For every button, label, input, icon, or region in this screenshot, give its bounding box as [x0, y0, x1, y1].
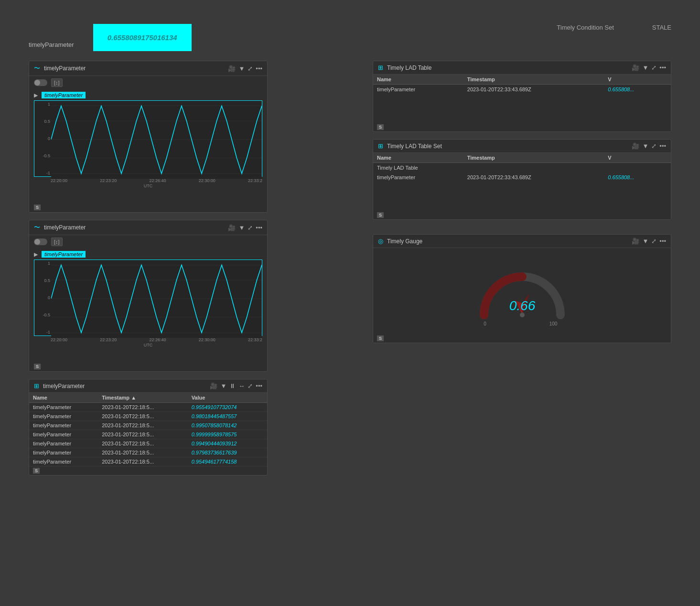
- stale-badge: STALE: [652, 24, 671, 31]
- table-cell-timestamp: 2023-01-20T22:18:5...: [98, 457, 187, 466]
- lad-set-more-icon[interactable]: •••: [659, 142, 666, 150]
- table-cell-name: timelyParameter: [29, 448, 98, 457]
- lad-set-data-row: timelyParameter 2023-01-20T22:33:43.689Z…: [373, 173, 671, 182]
- table-camera-dropdown[interactable]: ▼: [220, 382, 226, 390]
- gauge-camera-dropdown[interactable]: ▼: [642, 238, 648, 245]
- lad-table-set-controls[interactable]: 🎥 ▼ ⤢ •••: [632, 142, 666, 150]
- lad-table-widget: ⊞ Timely LAD Table 🎥 ▼ ⤢ ••• Name Timest…: [373, 61, 671, 132]
- chart1-yaxis: 1 0.5 0 -0.5 -1: [34, 101, 51, 176]
- table-controls[interactable]: 🎥 ▼ ⏸ ↔ ⤢ •••: [210, 382, 262, 390]
- chart2-play-row: ▶ timelyParameter: [34, 251, 262, 258]
- chart1-wrapper: 1 0.5 0 -0.5 -1: [34, 100, 262, 177]
- lad-set-row-value: 0.655808...: [604, 173, 671, 182]
- chart2-yaxis: 1 0.5 0 -0.5 -1: [34, 260, 51, 335]
- table-more-icon[interactable]: •••: [256, 382, 262, 390]
- col-name[interactable]: Name: [29, 393, 98, 403]
- camera-dropdown-2[interactable]: ▼: [238, 224, 245, 231]
- lad-set-camera-icon[interactable]: 🎥: [632, 142, 639, 150]
- table-row: timelyParameter 2023-01-20T22:18:5... 0.…: [29, 403, 267, 412]
- chart2-s-badge: S: [29, 362, 267, 371]
- table-cell-timestamp: 2023-01-20T22:18:5...: [98, 430, 187, 439]
- lad-set-col-name[interactable]: Name: [373, 153, 463, 163]
- lad-col-value[interactable]: V: [604, 75, 671, 85]
- lad-set-expand-icon[interactable]: ⤢: [651, 142, 657, 150]
- more-icon-1[interactable]: •••: [256, 65, 262, 72]
- more-icon-2[interactable]: •••: [256, 224, 262, 231]
- table-row: timelyParameter 2023-01-20T22:18:5... 0.…: [29, 457, 267, 466]
- camera-icon-1[interactable]: 🎥: [228, 65, 236, 72]
- camera-icon-2[interactable]: 🎥: [228, 224, 236, 231]
- lad-camera-dropdown[interactable]: ▼: [642, 64, 648, 71]
- col-value[interactable]: Value: [188, 393, 267, 403]
- svg-text:100: 100: [549, 321, 557, 326]
- chart2-play-btn[interactable]: ▶: [34, 251, 38, 258]
- lad-col-timestamp[interactable]: Timestamp: [463, 75, 604, 85]
- table-cell-value: 0.99507858078142: [188, 421, 267, 430]
- camera-dropdown-1[interactable]: ▼: [238, 65, 245, 72]
- table-cell-value: 0.95549107732074: [188, 403, 267, 412]
- gauge-expand-icon[interactable]: ⤢: [651, 238, 657, 245]
- chart2-svg: [51, 260, 262, 338]
- table-cell-timestamp: 2023-01-20T22:18:5...: [98, 421, 187, 430]
- lad-table-set-title: Timely LAD Table Set: [387, 143, 628, 150]
- table-cell-timestamp: 2023-01-20T22:18:5...: [98, 412, 187, 421]
- table-widget: ⊞ timelyParameter 🎥 ▼ ⏸ ↔ ⤢ ••• Name Tim…: [29, 379, 268, 476]
- chart2-container: ▶ timelyParameter 1 0.5 0 -0.5 -1: [29, 249, 267, 362]
- table-row: timelyParameter 2023-01-20T22:18:5... 0.…: [29, 439, 267, 448]
- gauge-more-icon[interactable]: •••: [659, 238, 666, 245]
- table-cell-value: 0.97983736617639: [188, 448, 267, 457]
- condition-set-row: Timely Condition Set STALE: [557, 24, 671, 31]
- lad-table-icon: ⊞: [378, 64, 383, 71]
- chart1-header: 〜 timelyParameter 🎥 ▼ ⤢ •••: [29, 61, 267, 76]
- lad-table-controls[interactable]: 🎥 ▼ ⤢ •••: [632, 64, 666, 71]
- lad-table-row: timelyParameter 2023-01-20T22:33:43.689Z…: [373, 85, 671, 95]
- lad-table-header: ⊞ Timely LAD Table 🎥 ▼ ⤢ •••: [373, 61, 671, 75]
- gauge-title: Timely Gauge: [387, 238, 628, 245]
- col-timestamp[interactable]: Timestamp ▲: [98, 393, 187, 403]
- lad-s-badge: S: [377, 124, 384, 130]
- gauge-container: 0.66 0 100: [373, 248, 671, 334]
- lad-set-group-header: Timely LAD Table: [373, 163, 671, 173]
- chart1-play-row: ▶ timelyParameter: [34, 92, 262, 98]
- chart2-controls[interactable]: 🎥 ▼ ⤢ •••: [228, 224, 262, 231]
- table-cell-timestamp: 2023-01-20T22:18:5...: [98, 439, 187, 448]
- svg-rect-0: [51, 101, 262, 179]
- chart2-utc: UTC: [34, 343, 262, 347]
- lad-camera-icon[interactable]: 🎥: [632, 64, 639, 71]
- table-title: timelyParameter: [43, 383, 206, 390]
- param-label: timelyParameter: [29, 41, 74, 48]
- lad-row-name: timelyParameter: [373, 85, 463, 95]
- chart1-play-btn[interactable]: ▶: [34, 92, 38, 98]
- expand-icon-2[interactable]: ⤢: [248, 224, 253, 231]
- table-row: timelyParameter 2023-01-20T22:18:5... 0.…: [29, 448, 267, 457]
- table-cell-name: timelyParameter: [29, 403, 98, 412]
- chart1-toggle[interactable]: [34, 79, 47, 86]
- chart2-icon-btn[interactable]: [↕]: [51, 238, 63, 246]
- lad-expand-icon[interactable]: ⤢: [651, 64, 657, 71]
- chart1-toggle-row: [↕]: [29, 76, 267, 89]
- gauge-controls[interactable]: 🎥 ▼ ⤢ •••: [632, 238, 666, 245]
- chart1-controls[interactable]: 🎥 ▼ ⤢ •••: [228, 65, 262, 72]
- chart2-title: timelyParameter: [44, 224, 224, 231]
- table-cell-timestamp: 2023-01-20T22:18:5...: [98, 448, 187, 457]
- table-row: timelyParameter 2023-01-20T22:18:5... 0.…: [29, 421, 267, 430]
- lad-set-col-value[interactable]: V: [604, 153, 671, 163]
- table-pause-icon[interactable]: ⏸: [229, 382, 236, 390]
- expand-icon-1[interactable]: ⤢: [248, 65, 253, 72]
- gauge-camera-icon[interactable]: 🎥: [632, 238, 639, 245]
- table-cell-value: 0.99490444093912: [188, 439, 267, 448]
- lad-set-camera-dropdown[interactable]: ▼: [642, 142, 648, 150]
- lad-set-col-timestamp[interactable]: Timestamp: [463, 153, 604, 163]
- lad-table-set-table: Name Timestamp V Timely LAD Table timely…: [373, 153, 671, 182]
- lad-row-timestamp: 2023-01-20T22:33:43.689Z: [463, 85, 604, 95]
- lad-col-name[interactable]: Name: [373, 75, 463, 85]
- table-expand-icon[interactable]: ⤢: [248, 382, 253, 390]
- table-cell-value: 0.99999958978575: [188, 430, 267, 439]
- chart1-icon-btn[interactable]: [↕]: [51, 78, 63, 87]
- wave-icon-2: 〜: [34, 223, 40, 232]
- table-camera-icon[interactable]: 🎥: [210, 382, 217, 390]
- table-arrows-icon[interactable]: ↔: [238, 382, 245, 390]
- chart2-toggle[interactable]: [34, 238, 47, 245]
- chart1-svg: [51, 101, 262, 179]
- lad-more-icon[interactable]: •••: [659, 64, 666, 71]
